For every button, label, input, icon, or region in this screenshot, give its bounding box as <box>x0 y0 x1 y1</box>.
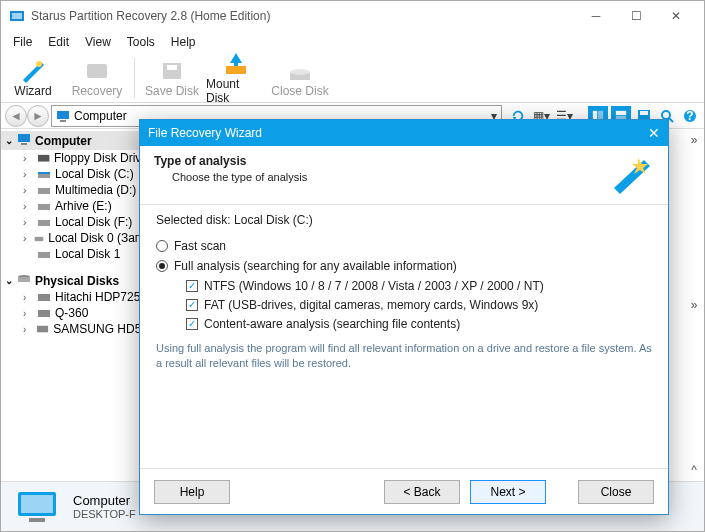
collapse-icon: ⌄ <box>5 135 13 146</box>
close-button[interactable]: Close <box>578 480 654 504</box>
wizard-close-button[interactable]: ✕ <box>648 125 660 141</box>
wizard-dialog: File Recovery Wizard ✕ Type of analysis … <box>139 119 669 515</box>
wizard-button[interactable]: Wizard <box>3 58 63 98</box>
app-icon <box>9 8 25 24</box>
svg-rect-37 <box>38 294 50 301</box>
drive-icon <box>37 184 51 196</box>
svg-point-3 <box>36 61 42 67</box>
closedisk-label: Close Disk <box>271 84 328 98</box>
ntfs-checkbox[interactable]: ✓ NTFS (Windows 10 / 8 / 7 / 2008 / Vist… <box>186 279 652 293</box>
hdd-icon <box>37 291 51 303</box>
disks-icon <box>17 273 31 288</box>
close-button[interactable]: ✕ <box>656 1 696 31</box>
mountdisk-button[interactable]: Mount Disk <box>206 51 266 105</box>
tree-item-e[interactable]: ›Arhive (E:) <box>1 198 148 214</box>
menu-file[interactable]: File <box>5 33 40 51</box>
main-toolbar: Wizard Recovery Save Disk Mount Disk Clo… <box>1 53 704 103</box>
wizard-heading: Type of analysis <box>154 154 608 168</box>
checkbox-checked-icon: ✓ <box>186 318 198 330</box>
menu-view[interactable]: View <box>77 33 119 51</box>
side-collapse-controls: » » ^ <box>686 133 702 479</box>
wizard-footer: Help < Back Next > Close <box>140 468 668 514</box>
svg-rect-31 <box>38 204 50 210</box>
tree-item-c[interactable]: ›Local Disk (C:) <box>1 166 148 182</box>
svg-rect-30 <box>38 188 50 194</box>
computer-icon <box>17 133 31 148</box>
svg-rect-17 <box>616 110 626 114</box>
svg-line-22 <box>669 118 673 122</box>
svg-rect-32 <box>38 220 50 226</box>
wizard-note: Using full analysis the program will fin… <box>156 341 652 371</box>
svg-rect-25 <box>18 134 30 142</box>
full-analysis-radio[interactable]: Full analysis (searching for any availab… <box>156 259 652 273</box>
savedisk-button[interactable]: Save Disk <box>142 58 202 98</box>
wand-large-icon <box>608 154 654 194</box>
tree-header-computer[interactable]: ⌄ Computer <box>1 131 148 150</box>
status-title: Computer <box>73 493 136 508</box>
minimize-button[interactable]: ─ <box>576 1 616 31</box>
menu-edit[interactable]: Edit <box>40 33 77 51</box>
maximize-button[interactable]: ☐ <box>616 1 656 31</box>
nav-back-button[interactable]: ◄ <box>5 105 27 127</box>
svg-rect-34 <box>38 252 50 258</box>
radio-selected-icon <box>156 260 168 272</box>
mountdisk-label: Mount Disk <box>206 77 266 105</box>
drive-icon <box>37 168 51 180</box>
svg-rect-13 <box>60 120 66 122</box>
tree-item-f[interactable]: ›Local Disk (F:) <box>1 214 148 230</box>
svg-rect-27 <box>38 155 49 162</box>
closedisk-icon <box>286 58 314 84</box>
tree-item-disk1[interactable]: Local Disk 1 <box>1 246 148 262</box>
chevron-up-icon[interactable]: ^ <box>691 463 697 477</box>
tree-header-physical[interactable]: ⌄ Physical Disks <box>1 272 148 289</box>
svg-rect-26 <box>21 143 27 145</box>
closedisk-button[interactable]: Close Disk <box>270 58 330 98</box>
content-aware-checkbox[interactable]: ✓ Content-aware analysis (searching file… <box>186 317 652 331</box>
savedisk-icon <box>158 58 186 84</box>
nav-forward-button[interactable]: ► <box>27 105 49 127</box>
tree-item-q360[interactable]: ›Q-360 <box>1 305 148 321</box>
svg-point-21 <box>662 111 670 119</box>
wizard-label: Wizard <box>14 84 51 98</box>
address-value: Computer <box>74 109 127 123</box>
wand-icon <box>19 58 47 84</box>
back-button[interactable]: < Back <box>384 480 460 504</box>
tree-item-hitachi[interactable]: ›Hitachi HDP7250 <box>1 289 148 305</box>
svg-rect-39 <box>37 326 48 333</box>
svg-rect-29 <box>38 172 50 174</box>
computer-icon <box>56 109 70 123</box>
svg-point-11 <box>290 69 310 75</box>
status-subtitle: DESKTOP-F <box>73 508 136 520</box>
tree-item-disk0[interactable]: ›Local Disk 0 (Запа <box>1 230 148 246</box>
svg-rect-36 <box>18 277 30 282</box>
drive-icon <box>37 200 51 212</box>
wizard-title: File Recovery Wizard <box>148 126 262 140</box>
menu-tools[interactable]: Tools <box>119 33 163 51</box>
title-bar: Starus Partition Recovery 2.8 (Home Edit… <box>1 1 704 31</box>
hdd-icon <box>37 307 51 319</box>
computer-large-icon <box>15 489 59 525</box>
fast-scan-radio[interactable]: Fast scan <box>156 239 652 253</box>
svg-rect-33 <box>35 237 44 241</box>
savedisk-label: Save Disk <box>145 84 199 98</box>
fat-checkbox[interactable]: ✓ FAT (USB-drives, digital cameras, memo… <box>186 298 652 312</box>
tree-item-d[interactable]: ›Multimedia (D:) <box>1 182 148 198</box>
expand-pane-icon[interactable]: » <box>691 133 698 147</box>
next-button[interactable]: Next > <box>470 480 546 504</box>
help-button[interactable]: ? <box>680 106 700 126</box>
drive-icon <box>37 248 51 260</box>
menu-help[interactable]: Help <box>163 33 204 51</box>
help-button[interactable]: Help <box>154 480 230 504</box>
svg-text:?: ? <box>686 109 693 123</box>
tree-header-label: Computer <box>35 134 92 148</box>
selected-disk-label: Selected disk: Local Disk (C:) <box>156 213 652 227</box>
tree-item-floppy[interactable]: ›Floppy Disk Drive <box>1 150 148 166</box>
expand-pane-icon[interactable]: » <box>691 298 698 312</box>
tree-item-samsung[interactable]: ›SAMSUNG HD50 <box>1 321 148 337</box>
checkbox-checked-icon: ✓ <box>186 299 198 311</box>
menu-bar: File Edit View Tools Help <box>1 31 704 53</box>
drive-icon <box>37 152 50 164</box>
recovery-button[interactable]: Recovery <box>67 58 127 98</box>
hdd-icon <box>36 323 49 335</box>
drive-icon <box>34 232 44 244</box>
